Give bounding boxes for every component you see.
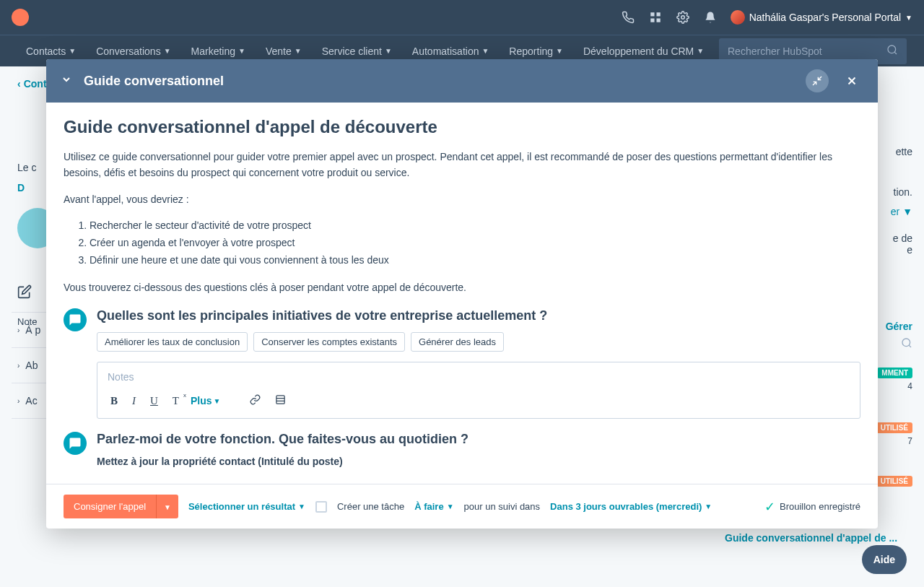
question-1: Quelles sont les principales initiatives… bbox=[64, 308, 860, 419]
q1-chips: Améliorer les taux de conclusionConserve… bbox=[97, 332, 860, 352]
step-2: Définir une heure et une date qui vous c… bbox=[90, 252, 860, 269]
chat-icon bbox=[64, 432, 87, 455]
guide-intro: Utilisez ce guide conversationnel pour g… bbox=[64, 149, 860, 181]
modal-body: Guide conversationnel d'appel de découve… bbox=[46, 103, 878, 484]
before-label: Avant l'appel, vous devriez : bbox=[64, 191, 860, 207]
create-task-checkbox[interactable] bbox=[315, 501, 327, 513]
check-icon: ✓ bbox=[764, 499, 775, 515]
minimize-icon[interactable] bbox=[806, 69, 829, 92]
question-2: Parlez-moi de votre fonction. Que faites… bbox=[64, 432, 860, 474]
modal-title: Guide conversationnel bbox=[84, 74, 794, 89]
italic-button[interactable]: I bbox=[129, 393, 139, 409]
underline-button[interactable]: U bbox=[147, 393, 161, 409]
steps-list: Rechercher le secteur d'activité de votr… bbox=[90, 217, 860, 269]
saved-label: Brouillon enregistré bbox=[780, 501, 860, 512]
text-color-button[interactable]: Tx bbox=[170, 393, 182, 409]
step-0: Rechercher le secteur d'activité de votr… bbox=[90, 217, 860, 235]
step-1: Créer un agenda et l'envoyer à votre pro… bbox=[90, 235, 860, 252]
chip-0[interactable]: Améliorer les taux de conclusion bbox=[97, 332, 248, 352]
playbook-modal: Guide conversationnel Guide conversation… bbox=[46, 59, 878, 529]
link-button[interactable] bbox=[247, 393, 263, 409]
chip-2[interactable]: Générer des leads bbox=[411, 332, 504, 352]
modal-footer: Consigner l'appel ▼ Sélectionner un résu… bbox=[46, 484, 878, 529]
chip-1[interactable]: Conserver les comptes existants bbox=[253, 332, 405, 352]
after-text: Vous trouverez ci-dessous des questions … bbox=[64, 279, 860, 295]
svg-line-9 bbox=[818, 77, 821, 80]
guide-title: Guide conversationnel d'appel de découve… bbox=[64, 117, 860, 137]
more-formatting[interactable]: Plus ▼ bbox=[191, 395, 220, 406]
svg-line-10 bbox=[813, 82, 816, 85]
modal-header: Guide conversationnel bbox=[46, 59, 878, 103]
editor-toolbar: B I U Tx Plus ▼ bbox=[108, 393, 850, 409]
bold-button[interactable]: B bbox=[108, 393, 121, 409]
task-type-select[interactable]: À faire ▼ bbox=[414, 501, 453, 512]
snippet-button[interactable] bbox=[272, 393, 289, 409]
q2-subtitle: Mettez à jour la propriété contact (Inti… bbox=[97, 456, 860, 467]
due-date-select[interactable]: Dans 3 jours ouvrables (mercredi) ▼ bbox=[550, 501, 712, 512]
svg-rect-13 bbox=[276, 396, 284, 404]
follow-label: pour un suivi dans bbox=[464, 501, 541, 512]
draft-saved: ✓ Brouillon enregistré bbox=[764, 499, 860, 515]
notes-editor[interactable]: Notes B I U Tx Plus ▼ bbox=[97, 362, 860, 419]
close-icon[interactable] bbox=[840, 69, 863, 92]
log-call-dropdown[interactable]: ▼ bbox=[156, 495, 178, 518]
select-result[interactable]: Sélectionner un résultat ▼ bbox=[188, 501, 305, 512]
create-task-label: Créer une tâche bbox=[337, 501, 404, 512]
q2-title: Parlez-moi de votre fonction. Que faites… bbox=[97, 432, 860, 447]
notes-placeholder: Notes bbox=[108, 371, 850, 383]
modal-overlay: Guide conversationnel Guide conversation… bbox=[0, 0, 924, 587]
chat-icon bbox=[64, 308, 87, 331]
log-call-button[interactable]: Consigner l'appel bbox=[64, 495, 156, 518]
q1-title: Quelles sont les principales initiatives… bbox=[97, 308, 860, 323]
chevron-down-icon[interactable] bbox=[61, 74, 72, 88]
